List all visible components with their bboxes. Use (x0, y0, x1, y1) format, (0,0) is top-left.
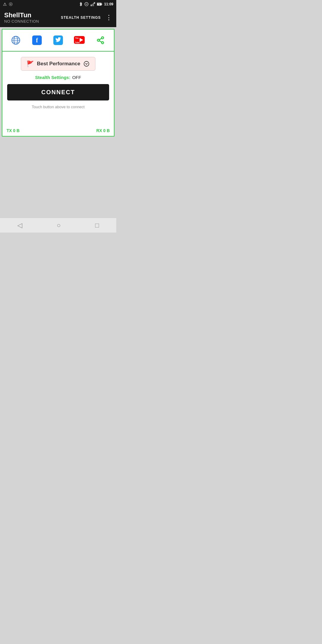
content-area: 🚩 Best Performance Stealth Settings: OFF… (2, 52, 114, 113)
svg-point-21 (97, 39, 99, 41)
server-name-label: Best Performance (37, 61, 80, 67)
status-bar-left: ⚠ (3, 2, 13, 7)
signal-icon (90, 2, 95, 6)
facebook-button[interactable]: f (30, 34, 44, 47)
server-selector[interactable]: 🚩 Best Performance (21, 57, 96, 71)
stealth-settings-label: Stealth Settings: (35, 75, 70, 80)
helper-text: Touch button above to connect (32, 105, 84, 109)
tx-stat: TX 0 B (7, 128, 20, 133)
stealth-settings-value: OFF (72, 75, 81, 80)
svg-rect-5 (92, 4, 93, 6)
youtube-button[interactable]: You Tube (73, 34, 86, 47)
app-bar-actions: STEALTH SETTINGS ⋮ (61, 14, 112, 21)
nav-bar: ◁ ○ □ (0, 218, 116, 233)
svg-point-20 (101, 37, 103, 39)
warning-icon: ⚠ (3, 2, 7, 7)
time-display: 11:09 (104, 2, 113, 6)
svg-rect-4 (91, 4, 92, 6)
app-bar-title-section: ShellTun NO CONNECTION (4, 11, 39, 24)
rx-stat: RX 0 B (96, 128, 110, 133)
more-options-button[interactable]: ⋮ (106, 14, 112, 21)
do-not-disturb-icon (84, 2, 89, 6)
bluetooth-icon (79, 2, 83, 7)
twitter-button[interactable] (52, 34, 65, 47)
tx-rx-row: TX 0 B RX 0 B (2, 125, 114, 136)
svg-rect-10 (101, 4, 102, 5)
status-bar-right: 11:09 (79, 2, 113, 7)
share-button[interactable] (94, 34, 107, 47)
app-bar: ShellTun NO CONNECTION STEALTH SETTINGS … (0, 8, 116, 27)
svg-point-25 (84, 61, 89, 66)
svg-point-1 (10, 4, 12, 5)
server-flag-icon: 🚩 (27, 60, 34, 67)
share-icon (96, 36, 105, 44)
stealth-status-row: Stealth Settings: OFF (35, 75, 81, 80)
globe-icon (11, 35, 21, 45)
recent-apps-button[interactable]: □ (95, 222, 99, 229)
svg-line-23 (99, 41, 102, 42)
facebook-icon: f (32, 35, 42, 45)
website-button[interactable] (9, 34, 22, 47)
chevron-down-icon (83, 61, 90, 67)
stealth-settings-button[interactable]: STEALTH SETTINGS (61, 16, 101, 20)
home-button[interactable]: ○ (57, 222, 61, 229)
sync-icon (9, 2, 13, 6)
connect-button[interactable]: CONNECT (7, 84, 109, 100)
social-icons-row: f You Tube (2, 30, 114, 52)
svg-rect-6 (93, 3, 94, 6)
app-title: ShellTun (4, 11, 39, 19)
battery-icon (97, 2, 102, 6)
app-subtitle: NO CONNECTION (4, 19, 39, 24)
twitter-icon (53, 35, 63, 45)
youtube-icon: You Tube (74, 36, 85, 44)
svg-line-24 (99, 38, 102, 40)
svg-point-22 (101, 42, 103, 44)
status-bar: ⚠ 11:09 (0, 0, 116, 8)
back-button[interactable]: ◁ (17, 222, 22, 229)
main-card: f You Tube (2, 29, 114, 137)
